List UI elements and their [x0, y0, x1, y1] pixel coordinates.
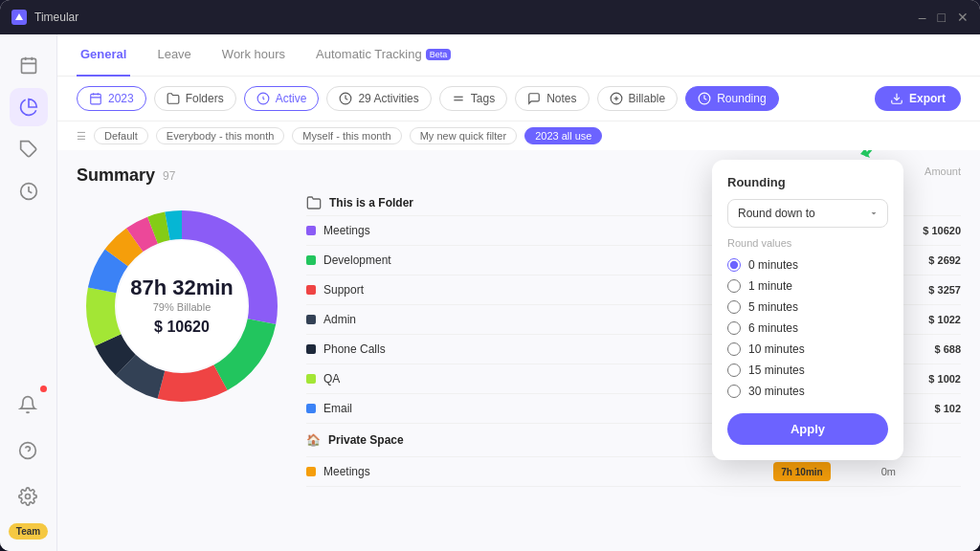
- tags-chip[interactable]: Tags: [439, 86, 507, 111]
- summary-section: Summary 97: [77, 165, 287, 536]
- billable-chip[interactable]: Billable: [597, 86, 679, 111]
- radio-6min[interactable]: 6 minutes: [727, 318, 888, 339]
- row-dot: [306, 404, 316, 413]
- arrow-indicator: [836, 150, 894, 164]
- table-row: Meetings 7h 10min 0m x: [306, 457, 961, 487]
- sidebar-item-calendar[interactable]: [10, 46, 48, 84]
- toolbar: 2023 Folders Active 29 Activities Tags: [57, 77, 980, 121]
- svg-marker-0: [15, 13, 23, 20]
- maximize-button[interactable]: □: [938, 11, 946, 24]
- minimize-button[interactable]: –: [919, 11, 926, 24]
- amount-header: Amount: [903, 165, 961, 183]
- row-dot: [306, 255, 316, 265]
- filter-icon: ☰: [77, 130, 86, 143]
- export-button[interactable]: Export: [875, 86, 961, 111]
- app-body: Team General Leave Work hours Automatic …: [0, 34, 980, 551]
- radio-10min-input[interactable]: [727, 342, 741, 356]
- rounding-chip[interactable]: Rounding: [685, 86, 778, 111]
- tab-autotrack[interactable]: Automatic Tracking Beta: [312, 34, 455, 77]
- radio-30min[interactable]: 30 minutes: [727, 381, 888, 402]
- row-dot: [306, 315, 316, 324]
- radio-5min[interactable]: 5 minutes: [727, 297, 888, 318]
- folders-chip[interactable]: Folders: [154, 86, 236, 111]
- svg-rect-1: [21, 58, 35, 73]
- activities-chip[interactable]: 29 Activities: [326, 86, 431, 111]
- apply-button[interactable]: Apply: [727, 413, 888, 445]
- year-chip[interactable]: 2023: [77, 86, 146, 111]
- app-icon: [11, 10, 27, 25]
- donut-center: 87h 32min 79% Billable $ 10620: [130, 276, 234, 336]
- tab-workhours[interactable]: Work hours: [218, 34, 289, 77]
- tab-general[interactable]: General: [77, 34, 130, 77]
- app-title: Timeular: [34, 11, 919, 24]
- filters-row: ☰ Default Everybody - this month Myself …: [57, 121, 980, 150]
- radio-5min-input[interactable]: [727, 300, 741, 314]
- notes-chip[interactable]: Notes: [515, 86, 589, 111]
- radio-6min-input[interactable]: [727, 321, 741, 335]
- sidebar-item-settings[interactable]: [9, 477, 47, 516]
- titlebar: Timeular – □ ✕: [0, 0, 980, 34]
- sidebar-item-insights[interactable]: [10, 88, 48, 126]
- row-dot: [306, 226, 316, 235]
- row-dot: [306, 467, 316, 476]
- filter-custom[interactable]: My new quick filter: [410, 127, 517, 144]
- row-dot: [306, 344, 316, 354]
- radio-1min[interactable]: 1 minute: [727, 276, 888, 297]
- filter-everybody[interactable]: Everybody - this month: [156, 127, 285, 144]
- team-badge[interactable]: Team: [9, 523, 48, 540]
- row-dot: [306, 285, 316, 295]
- main-area: Summary 97: [57, 150, 980, 551]
- main-content: General Leave Work hours Automatic Track…: [57, 34, 980, 551]
- bar-pmeetings: 7h 10min: [773, 462, 831, 481]
- row-dot: [306, 374, 316, 384]
- radio-0min[interactable]: 0 minutes: [727, 254, 888, 276]
- beta-badge: Beta: [426, 49, 452, 60]
- round-values-label: Round values: [727, 237, 888, 249]
- nav-tabs: General Leave Work hours Automatic Track…: [57, 34, 980, 77]
- svg-rect-10: [91, 94, 101, 104]
- active-chip[interactable]: Active: [244, 86, 320, 111]
- svg-point-9: [26, 495, 31, 499]
- radio-1min-input[interactable]: [727, 279, 741, 293]
- donut-billable: 79% Billable: [130, 301, 234, 313]
- sidebar-bottom: Team: [9, 386, 48, 540]
- arrow-svg: [836, 150, 894, 160]
- donut-time: 87h 32min: [130, 276, 234, 299]
- filter-myself[interactable]: Myself - this month: [292, 127, 401, 144]
- app-window: Timeular – □ ✕: [0, 0, 980, 551]
- dropdown-title: Rounding: [727, 175, 888, 189]
- radio-30min-input[interactable]: [727, 385, 741, 398]
- donut-amount: $ 10620: [130, 319, 234, 336]
- sidebar-item-help[interactable]: [9, 431, 47, 470]
- summary-title: Summary 97: [77, 165, 287, 186]
- window-controls: – □ ✕: [919, 11, 969, 24]
- sidebar-item-tag[interactable]: [10, 130, 48, 168]
- sidebar: Team: [0, 34, 57, 551]
- radio-0min-input[interactable]: [727, 258, 741, 272]
- sidebar-item-clock[interactable]: [10, 172, 48, 210]
- tab-leave[interactable]: Leave: [153, 34, 194, 77]
- radio-10min[interactable]: 10 minutes: [727, 339, 888, 360]
- filter-default[interactable]: Default: [94, 127, 148, 144]
- radio-15min-input[interactable]: [727, 364, 741, 377]
- rounding-dropdown: Rounding Round down to Round values 0 mi…: [712, 160, 903, 460]
- donut-chart: 87h 32min 79% Billable $ 10620: [77, 201, 287, 411]
- radio-15min[interactable]: 15 minutes: [727, 360, 888, 381]
- round-down-select[interactable]: Round down to: [727, 199, 888, 228]
- sidebar-item-notifications[interactable]: [9, 386, 47, 424]
- close-button[interactable]: ✕: [957, 11, 969, 24]
- filter-2023[interactable]: 2023 all use: [524, 127, 602, 144]
